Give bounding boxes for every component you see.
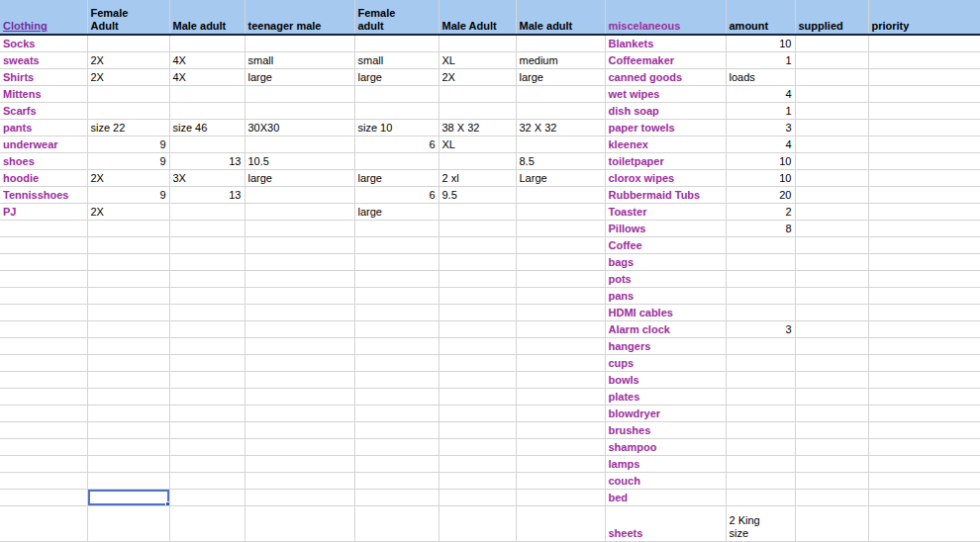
cell[interactable]: 1 xyxy=(726,102,795,119)
cell[interactable]: Pillows xyxy=(605,220,726,236)
cell[interactable] xyxy=(354,85,439,102)
cell[interactable]: 10 xyxy=(726,152,795,169)
cell[interactable]: 6 xyxy=(354,186,439,203)
cell[interactable] xyxy=(516,236,605,253)
cell[interactable] xyxy=(169,320,245,337)
cell[interactable] xyxy=(868,472,980,489)
cell[interactable] xyxy=(169,438,245,455)
cell[interactable] xyxy=(516,472,605,489)
cell[interactable]: hoodie xyxy=(0,169,87,186)
cell[interactable] xyxy=(439,85,516,102)
cell[interactable] xyxy=(439,203,516,220)
column-header[interactable]: amount xyxy=(726,0,795,35)
cell[interactable]: 20 xyxy=(726,186,795,203)
cell[interactable] xyxy=(354,388,439,405)
cell[interactable]: 9 xyxy=(87,186,169,203)
cell[interactable] xyxy=(87,253,169,270)
cell[interactable] xyxy=(516,489,605,505)
cell[interactable] xyxy=(87,220,169,236)
cell[interactable] xyxy=(726,337,795,354)
cell[interactable] xyxy=(354,405,439,421)
cell[interactable] xyxy=(439,405,516,421)
cell[interactable] xyxy=(245,438,354,455)
cell[interactable]: size 22 xyxy=(87,119,169,136)
cell[interactable] xyxy=(0,405,87,421)
cell[interactable]: Coffeemaker xyxy=(605,51,726,68)
cell[interactable] xyxy=(439,102,516,119)
cell[interactable] xyxy=(795,405,868,421)
cell[interactable] xyxy=(245,270,354,287)
cell[interactable] xyxy=(354,287,439,304)
cell[interactable]: 13 xyxy=(169,152,245,169)
selected-cell[interactable] xyxy=(87,489,169,505)
cell[interactable] xyxy=(795,270,868,287)
cell[interactable] xyxy=(795,119,868,136)
cell[interactable] xyxy=(0,489,87,505)
cell[interactable] xyxy=(795,421,868,438)
cell[interactable]: clorox wipes xyxy=(605,169,726,186)
cell[interactable] xyxy=(795,253,868,270)
cell[interactable] xyxy=(0,354,87,371)
cell[interactable]: Coffee xyxy=(605,236,726,253)
cell[interactable] xyxy=(169,236,245,253)
cell[interactable] xyxy=(868,455,980,472)
column-header[interactable]: Clothing xyxy=(0,0,87,35)
cell[interactable] xyxy=(354,253,439,270)
cell[interactable] xyxy=(795,489,868,505)
cell[interactable]: large xyxy=(516,68,605,85)
cell[interactable] xyxy=(0,220,87,236)
cell[interactable] xyxy=(868,421,980,438)
cell[interactable]: pots xyxy=(605,270,726,287)
cell[interactable] xyxy=(868,236,980,253)
cell[interactable] xyxy=(439,152,516,169)
cell[interactable]: 2X xyxy=(87,169,169,186)
cell[interactable] xyxy=(0,287,87,304)
cell[interactable] xyxy=(354,152,439,169)
cell[interactable]: 8 xyxy=(726,220,795,236)
cell[interactable]: Mittens xyxy=(0,85,87,102)
cell[interactable] xyxy=(516,405,605,421)
cell[interactable] xyxy=(354,455,439,472)
cell[interactable] xyxy=(726,253,795,270)
cell[interactable] xyxy=(795,68,868,85)
cell[interactable]: large xyxy=(245,68,354,85)
cell[interactable]: cups xyxy=(605,354,726,371)
cell[interactable] xyxy=(245,102,354,119)
cell[interactable] xyxy=(795,203,868,220)
cell[interactable] xyxy=(439,489,516,505)
cell[interactable] xyxy=(354,270,439,287)
column-header[interactable]: teenager male xyxy=(245,0,354,35)
cell[interactable]: pants xyxy=(0,119,87,136)
cell[interactable] xyxy=(726,438,795,455)
cell[interactable] xyxy=(245,136,354,152)
cell[interactable]: pans xyxy=(605,287,726,304)
cell[interactable] xyxy=(439,455,516,472)
cell[interactable] xyxy=(87,35,169,51)
cell[interactable] xyxy=(169,371,245,388)
cell[interactable] xyxy=(354,304,439,320)
cell[interactable] xyxy=(795,371,868,388)
cell[interactable] xyxy=(516,203,605,220)
cell[interactable] xyxy=(0,371,87,388)
cell[interactable] xyxy=(87,472,169,489)
cell[interactable] xyxy=(87,505,169,542)
cell[interactable] xyxy=(795,236,868,253)
column-header[interactable]: miscelaneous xyxy=(605,0,726,35)
cell[interactable] xyxy=(245,320,354,337)
cell[interactable]: large xyxy=(245,169,354,186)
cell[interactable] xyxy=(516,455,605,472)
cell[interactable] xyxy=(245,455,354,472)
cell[interactable] xyxy=(439,472,516,489)
cell[interactable]: canned goods xyxy=(605,68,726,85)
cell[interactable] xyxy=(169,455,245,472)
cell[interactable] xyxy=(795,455,868,472)
cell[interactable] xyxy=(169,35,245,51)
cell[interactable]: HDMI cables xyxy=(605,304,726,320)
cell[interactable] xyxy=(354,102,439,119)
column-header[interactable]: Female Adult xyxy=(87,0,169,35)
cell[interactable]: brushes xyxy=(605,421,726,438)
cell[interactable] xyxy=(87,354,169,371)
cell[interactable] xyxy=(87,304,169,320)
cell[interactable] xyxy=(868,287,980,304)
cell[interactable]: plates xyxy=(605,388,726,405)
